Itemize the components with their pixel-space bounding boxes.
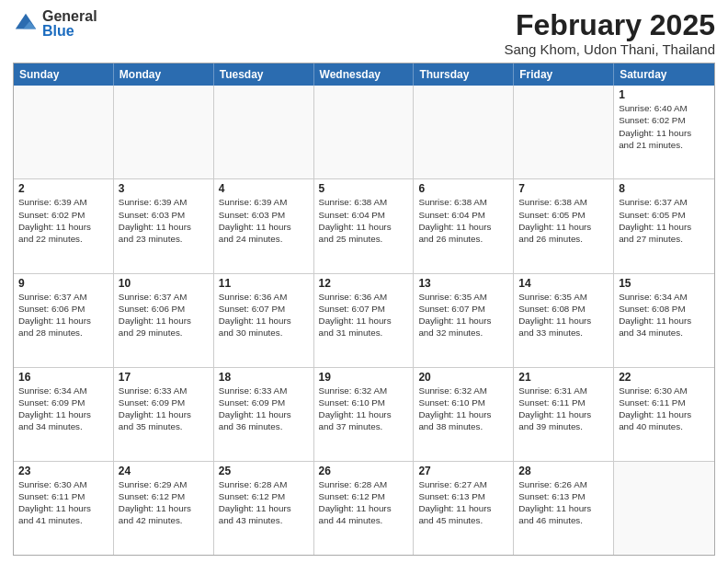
day-info: Sunrise: 6:38 AM Sunset: 6:05 PM Dayligh… xyxy=(518,196,609,245)
day-info: Sunrise: 6:38 AM Sunset: 6:04 PM Dayligh… xyxy=(319,196,409,245)
day-info: Sunrise: 6:37 AM Sunset: 6:06 PM Dayligh… xyxy=(18,291,108,339)
cal-cell-week1-day6 xyxy=(514,86,614,178)
day-info: Sunrise: 6:35 AM Sunset: 6:08 PM Dayligh… xyxy=(518,291,609,339)
cal-cell-week2-day4: 5Sunrise: 6:38 AM Sunset: 6:04 PM Daylig… xyxy=(314,179,415,272)
day-number: 10 xyxy=(119,277,209,290)
cal-cell-week2-day7: 8Sunrise: 6:37 AM Sunset: 6:05 PM Daylig… xyxy=(614,179,714,272)
month-title: February 2025 xyxy=(504,9,715,41)
day-number: 17 xyxy=(119,371,209,384)
day-number: 25 xyxy=(219,465,309,477)
cal-cell-week3-day7: 15Sunrise: 6:34 AM Sunset: 6:08 PM Dayli… xyxy=(614,274,714,367)
day-number: 23 xyxy=(18,465,108,477)
cal-cell-week2-day3: 4Sunrise: 6:39 AM Sunset: 6:03 PM Daylig… xyxy=(214,179,314,272)
day-info: Sunrise: 6:31 AM Sunset: 6:11 PM Dayligh… xyxy=(518,385,609,433)
day-info: Sunrise: 6:34 AM Sunset: 6:08 PM Dayligh… xyxy=(619,291,710,339)
day-number: 18 xyxy=(219,371,309,384)
day-info: Sunrise: 6:30 AM Sunset: 6:11 PM Dayligh… xyxy=(18,478,108,527)
cal-cell-week4-day1: 16Sunrise: 6:34 AM Sunset: 6:09 PM Dayli… xyxy=(14,368,114,461)
day-number: 27 xyxy=(418,465,508,477)
cal-header-wednesday: Wednesday xyxy=(314,63,415,86)
cal-cell-week1-day7: 1Sunrise: 6:40 AM Sunset: 6:02 PM Daylig… xyxy=(614,86,714,178)
day-info: Sunrise: 6:28 AM Sunset: 6:12 PM Dayligh… xyxy=(319,478,409,527)
day-number: 14 xyxy=(518,277,609,290)
cal-cell-week3-day2: 10Sunrise: 6:37 AM Sunset: 6:06 PM Dayli… xyxy=(114,274,214,367)
cal-cell-week4-day5: 20Sunrise: 6:32 AM Sunset: 6:10 PM Dayli… xyxy=(414,368,514,461)
cal-cell-week1-day1 xyxy=(14,86,114,178)
cal-cell-week4-day3: 18Sunrise: 6:33 AM Sunset: 6:09 PM Dayli… xyxy=(214,368,314,461)
day-info: Sunrise: 6:33 AM Sunset: 6:09 PM Dayligh… xyxy=(119,385,209,433)
cal-cell-week5-day7 xyxy=(614,462,714,555)
cal-cell-week2-day6: 7Sunrise: 6:38 AM Sunset: 6:05 PM Daylig… xyxy=(514,179,614,272)
calendar-header: SundayMondayTuesdayWednesdayThursdayFrid… xyxy=(14,63,714,86)
cal-cell-week4-day4: 19Sunrise: 6:32 AM Sunset: 6:10 PM Dayli… xyxy=(314,368,415,461)
cal-cell-week4-day7: 22Sunrise: 6:30 AM Sunset: 6:11 PM Dayli… xyxy=(614,368,714,461)
location: Sang Khom, Udon Thani, Thailand xyxy=(504,41,715,57)
day-info: Sunrise: 6:39 AM Sunset: 6:03 PM Dayligh… xyxy=(119,196,209,245)
cal-cell-week2-day2: 3Sunrise: 6:39 AM Sunset: 6:03 PM Daylig… xyxy=(114,179,214,272)
cal-header-friday: Friday xyxy=(514,63,614,86)
cal-cell-week1-day3 xyxy=(214,86,314,178)
cal-cell-week5-day4: 26Sunrise: 6:28 AM Sunset: 6:12 PM Dayli… xyxy=(314,462,415,555)
header-right: February 2025 Sang Khom, Udon Thani, Tha… xyxy=(504,9,715,57)
cal-cell-week1-day4 xyxy=(314,86,415,178)
cal-cell-week3-day1: 9Sunrise: 6:37 AM Sunset: 6:06 PM Daylig… xyxy=(14,274,114,367)
cal-cell-week2-day1: 2Sunrise: 6:39 AM Sunset: 6:02 PM Daylig… xyxy=(14,179,114,272)
cal-cell-week5-day3: 25Sunrise: 6:28 AM Sunset: 6:12 PM Dayli… xyxy=(214,462,314,555)
cal-cell-week5-day1: 23Sunrise: 6:30 AM Sunset: 6:11 PM Dayli… xyxy=(14,462,114,555)
day-number: 8 xyxy=(619,182,710,195)
day-info: Sunrise: 6:34 AM Sunset: 6:09 PM Dayligh… xyxy=(18,385,108,433)
logo-text: General Blue xyxy=(42,9,97,39)
day-number: 12 xyxy=(319,277,409,290)
calendar: SundayMondayTuesdayWednesdayThursdayFrid… xyxy=(13,63,715,556)
cal-row-4: 16Sunrise: 6:34 AM Sunset: 6:09 PM Dayli… xyxy=(14,367,714,461)
day-number: 20 xyxy=(418,371,508,384)
day-info: Sunrise: 6:37 AM Sunset: 6:06 PM Dayligh… xyxy=(119,291,209,339)
day-info: Sunrise: 6:30 AM Sunset: 6:11 PM Dayligh… xyxy=(619,385,710,433)
header: General Blue February 2025 Sang Khom, Ud… xyxy=(13,9,715,57)
day-number: 22 xyxy=(619,371,710,384)
day-number: 7 xyxy=(518,182,609,195)
day-info: Sunrise: 6:28 AM Sunset: 6:12 PM Dayligh… xyxy=(219,478,309,527)
day-number: 15 xyxy=(619,277,710,290)
day-number: 5 xyxy=(319,182,409,195)
cal-header-monday: Monday xyxy=(114,63,214,86)
page: General Blue February 2025 Sang Khom, Ud… xyxy=(0,0,728,563)
logo-blue-text: Blue xyxy=(42,24,97,39)
day-info: Sunrise: 6:32 AM Sunset: 6:10 PM Dayligh… xyxy=(418,385,508,433)
day-number: 21 xyxy=(518,371,609,384)
day-info: Sunrise: 6:36 AM Sunset: 6:07 PM Dayligh… xyxy=(319,291,409,339)
cal-cell-week5-day2: 24Sunrise: 6:29 AM Sunset: 6:12 PM Dayli… xyxy=(114,462,214,555)
day-number: 19 xyxy=(319,371,409,384)
cal-row-3: 9Sunrise: 6:37 AM Sunset: 6:06 PM Daylig… xyxy=(14,273,714,367)
day-number: 28 xyxy=(518,465,609,477)
day-number: 13 xyxy=(418,277,508,290)
day-info: Sunrise: 6:39 AM Sunset: 6:03 PM Dayligh… xyxy=(219,196,309,245)
cal-cell-week5-day6: 28Sunrise: 6:26 AM Sunset: 6:13 PM Dayli… xyxy=(514,462,614,555)
cal-header-tuesday: Tuesday xyxy=(214,63,314,86)
day-info: Sunrise: 6:37 AM Sunset: 6:05 PM Dayligh… xyxy=(619,196,710,245)
day-info: Sunrise: 6:36 AM Sunset: 6:07 PM Dayligh… xyxy=(219,291,309,339)
day-number: 3 xyxy=(119,182,209,195)
day-number: 24 xyxy=(119,465,209,477)
day-info: Sunrise: 6:35 AM Sunset: 6:07 PM Dayligh… xyxy=(418,291,508,339)
cal-cell-week1-day5 xyxy=(414,86,514,178)
day-number: 26 xyxy=(319,465,409,477)
day-info: Sunrise: 6:38 AM Sunset: 6:04 PM Dayligh… xyxy=(418,196,508,245)
cal-cell-week4-day6: 21Sunrise: 6:31 AM Sunset: 6:11 PM Dayli… xyxy=(514,368,614,461)
day-info: Sunrise: 6:32 AM Sunset: 6:10 PM Dayligh… xyxy=(319,385,409,433)
day-info: Sunrise: 6:33 AM Sunset: 6:09 PM Dayligh… xyxy=(219,385,309,433)
cal-header-thursday: Thursday xyxy=(414,63,514,86)
cal-cell-week5-day5: 27Sunrise: 6:27 AM Sunset: 6:13 PM Dayli… xyxy=(414,462,514,555)
day-info: Sunrise: 6:29 AM Sunset: 6:12 PM Dayligh… xyxy=(119,478,209,527)
cal-header-sunday: Sunday xyxy=(14,63,114,86)
day-info: Sunrise: 6:26 AM Sunset: 6:13 PM Dayligh… xyxy=(518,478,609,527)
cal-header-saturday: Saturday xyxy=(614,63,714,86)
day-number: 6 xyxy=(418,182,508,195)
logo-general-text: General xyxy=(42,9,97,24)
calendar-body: 1Sunrise: 6:40 AM Sunset: 6:02 PM Daylig… xyxy=(14,86,714,555)
cal-cell-week4-day2: 17Sunrise: 6:33 AM Sunset: 6:09 PM Dayli… xyxy=(114,368,214,461)
cal-cell-week3-day6: 14Sunrise: 6:35 AM Sunset: 6:08 PM Dayli… xyxy=(514,274,614,367)
day-number: 9 xyxy=(18,277,108,290)
day-number: 2 xyxy=(18,182,108,195)
cal-cell-week2-day5: 6Sunrise: 6:38 AM Sunset: 6:04 PM Daylig… xyxy=(414,179,514,272)
